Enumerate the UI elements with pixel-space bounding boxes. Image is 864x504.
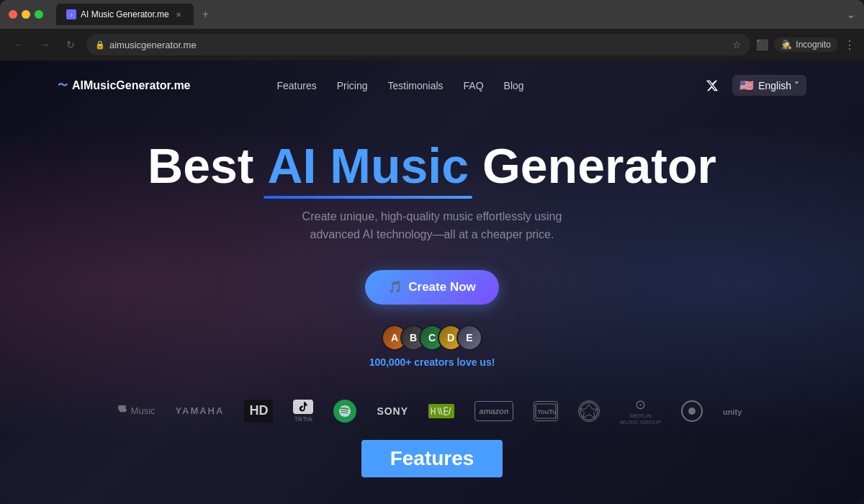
- brand-openai: [578, 400, 600, 422]
- language-selector[interactable]: 🇺🇸 English ˅: [732, 75, 806, 96]
- social-proof: A B C D E 100,000+ creators love us!: [369, 325, 495, 368]
- social-proof-text: 100,000+ creators love us!: [369, 356, 495, 368]
- nav-links: Features Pricing Testimonials FAQ Blog: [277, 80, 524, 91]
- incognito-icon: 🕵: [781, 40, 792, 50]
- back-button[interactable]: ←: [9, 35, 29, 55]
- nav-link-blog[interactable]: Blog: [504, 80, 524, 91]
- social-count: 100,000+: [369, 356, 412, 368]
- forward-button[interactable]: →: [35, 35, 55, 55]
- brand-merlin-music: ⊙ MERLIN MUSIC GROUP: [620, 400, 661, 423]
- brand-sony-music: [681, 400, 703, 423]
- nav-link-testimonials[interactable]: Testimonials: [388, 80, 444, 91]
- navigation: 〜 AIMusicGenerator.me Features Pricing T…: [0, 60, 864, 110]
- address-bar-right: ⬛ 🕵 Incognito ⋮: [756, 37, 855, 52]
- social-suffix: creators love us!: [411, 356, 495, 368]
- bookmark-icon[interactable]: ☆: [732, 39, 742, 50]
- logo-wave-icon: 〜: [58, 79, 68, 92]
- active-tab[interactable]: ♪ AI Music Generator.me ✕: [56, 4, 194, 25]
- features-section-peek: Features: [0, 434, 864, 483]
- brand-logos: Music YAMAHA HD TikTok SONY amazon: [0, 382, 864, 434]
- browser-menu-button[interactable]: ⋮: [844, 38, 855, 52]
- maximize-button[interactable]: [35, 10, 43, 19]
- avatar: E: [456, 325, 482, 351]
- tiktok-label: TikTok: [294, 415, 313, 423]
- logo[interactable]: 〜 AIMusicGenerator.me: [58, 79, 191, 92]
- nav-link-faq[interactable]: FAQ: [464, 80, 484, 91]
- brand-spotify: [333, 400, 356, 423]
- hero-title-highlight: AI Music: [267, 139, 469, 193]
- nav-link-features[interactable]: Features: [277, 80, 317, 91]
- traffic-lights: [9, 10, 43, 19]
- brand-apple-music: Music: [118, 400, 156, 423]
- nav-link-pricing[interactable]: Pricing: [337, 80, 368, 91]
- music-note-icon: 🎵: [388, 280, 402, 294]
- tiktok-icon: [293, 400, 313, 414]
- browser-window: ♪ AI Music Generator.me ✕ + ⌄ ← → ↻ 🔒 ai…: [0, 0, 864, 504]
- svg-text:unity: unity: [723, 408, 742, 416]
- brand-nvidia: [428, 400, 454, 423]
- extensions-icon[interactable]: ⬛: [756, 39, 768, 50]
- hero-section: Best AI Music Generator Create unique, h…: [0, 110, 864, 382]
- new-tab-button[interactable]: +: [197, 8, 215, 21]
- brand-tiktok: TikTok: [293, 400, 313, 423]
- cta-label: Create Now: [408, 280, 476, 294]
- minimize-window-icon[interactable]: ⌄: [847, 9, 855, 20]
- brand-amazon: amazon: [474, 401, 513, 421]
- close-button[interactable]: [9, 10, 17, 19]
- language-flag-icon: 🇺🇸: [739, 78, 754, 92]
- logo-text: AIMusicGenerator.me: [72, 79, 191, 92]
- lock-icon: 🔒: [95, 40, 105, 50]
- reload-button[interactable]: ↻: [60, 35, 81, 55]
- minimize-button[interactable]: [22, 10, 30, 19]
- merlin-icon: ⊙: [635, 397, 646, 413]
- avatar-group: A B C D E: [382, 325, 482, 351]
- address-bar: ← → ↻ 🔒 aimusicgenerator.me ☆ ⬛ 🕵 Incogn…: [0, 29, 864, 60]
- apple-music-label: Music: [131, 405, 156, 416]
- x-social-icon[interactable]: [703, 77, 721, 94]
- hero-subtitle: Create unique, high-quality music effort…: [288, 207, 576, 244]
- features-banner: Features: [361, 440, 503, 477]
- url-text: aimusicgenerator.me: [109, 40, 197, 50]
- hero-title-part1: Best: [148, 138, 267, 193]
- language-label: English ˅: [758, 80, 799, 91]
- nav-right: 🇺🇸 English ˅: [703, 75, 806, 96]
- tab-close-button[interactable]: ✕: [174, 9, 184, 19]
- brand-hd: HD: [244, 400, 273, 423]
- brand-unity: unity: [723, 400, 746, 423]
- brand-youtube: YouTube: [534, 401, 558, 421]
- brand-sony: SONY: [377, 400, 408, 423]
- hero-title: Best AI Music Generator: [148, 139, 716, 193]
- incognito-badge: 🕵 Incognito: [774, 37, 838, 52]
- svg-text:YouTube: YouTube: [537, 408, 557, 415]
- sony-music-icon: [681, 400, 703, 422]
- url-bar[interactable]: 🔒 aimusicgenerator.me ☆: [86, 34, 750, 55]
- hero-title-part2: Generator: [469, 138, 716, 193]
- browser-controls-right: ⌄: [847, 9, 855, 20]
- page-content: 〜 AIMusicGenerator.me Features Pricing T…: [0, 60, 864, 504]
- tab-favicon: ♪: [66, 9, 76, 19]
- title-bar: ♪ AI Music Generator.me ✕ + ⌄: [0, 0, 864, 29]
- tab-title: AI Music Generator.me: [81, 9, 169, 19]
- features-label: Features: [390, 447, 474, 469]
- incognito-label: Incognito: [796, 40, 831, 50]
- brand-yamaha: YAMAHA: [176, 400, 225, 423]
- tab-bar: ♪ AI Music Generator.me ✕ +: [56, 4, 841, 25]
- create-now-button[interactable]: 🎵 Create Now: [365, 270, 499, 305]
